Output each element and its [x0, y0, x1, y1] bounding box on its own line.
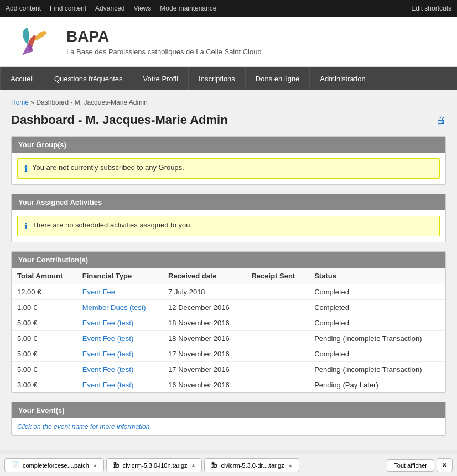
nav-questions[interactable]: Questions fréquentes: [44, 67, 133, 90]
cell-type[interactable]: Event Fee (test): [77, 315, 163, 331]
print-icon[interactable]: 🖨: [436, 115, 446, 126]
admin-add-content[interactable]: Add content: [6, 4, 41, 12]
cell-receipt: [246, 315, 309, 331]
cell-receipt: [246, 377, 309, 393]
admin-bar-left: Add content Find content Advanced Views …: [6, 4, 216, 12]
col-type: Financial Type: [77, 268, 163, 284]
cell-status: Completed: [309, 315, 445, 331]
table-row: 5.00 € Event Fee (test) 17 November 2016…: [12, 346, 445, 362]
edit-shortcuts[interactable]: Edit shortcuts: [411, 4, 451, 12]
cell-receipt: [246, 300, 309, 315]
col-receipt: Receipt Sent: [246, 268, 309, 284]
cell-type[interactable]: Event Fee: [77, 284, 163, 300]
cell-status: Pending (Incomplete Transaction): [309, 331, 445, 346]
cell-receipt: [246, 331, 309, 346]
col-date: Received date: [163, 268, 246, 284]
groups-notice-text: You are not currently subscribed to any …: [32, 163, 184, 172]
groups-body: ℹ You are not currently subscribed to an…: [12, 158, 445, 179]
cell-amount: 5.00 €: [12, 346, 77, 362]
table-row: 1.00 € Member Dues (test) 12 December 20…: [12, 300, 445, 315]
site-tagline: La Base des Paroissiens catholiques de L…: [66, 48, 262, 56]
breadcrumb-separator: »: [30, 99, 36, 106]
cell-amount: 5.00 €: [12, 362, 77, 377]
info-icon-activities: ℹ: [24, 221, 28, 231]
cell-date: 17 November 2016: [163, 346, 246, 362]
breadcrumb: Home » Dashboard - M. Jacques-Marie Admi…: [11, 99, 446, 106]
groups-box: Your Group(s) ℹ You are not currently su…: [11, 136, 446, 185]
table-row: 3.00 € Event Fee (test) 16 November 2016…: [12, 377, 445, 393]
breadcrumb-current: Dashboard - M. Jacques-Marie Admin: [36, 99, 147, 106]
activities-header: Your Assigned Activities: [12, 194, 445, 210]
cell-date: 17 November 2016: [163, 362, 246, 377]
site-logo: [14, 22, 53, 61]
events-hint: Click on the event name for more informa…: [12, 418, 445, 435]
nav-inscriptions[interactable]: Inscriptions: [189, 67, 246, 90]
contributions-box: Your Contribution(s) Total Amount Financ…: [11, 251, 446, 393]
table-row: 5.00 € Event Fee (test) 18 November 2016…: [12, 331, 445, 346]
cell-date: 18 November 2016: [163, 331, 246, 346]
cell-type[interactable]: Member Dues (test): [77, 300, 163, 315]
admin-advanced[interactable]: Advanced: [95, 4, 124, 12]
cell-status: Completed: [309, 300, 445, 315]
cell-date: 7 July 2018: [163, 284, 246, 300]
col-amount: Total Amount: [12, 268, 77, 284]
page-title-row: Dashboard - M. Jacques-Marie Admin 🖨: [11, 113, 446, 127]
activities-notice: ℹ There are no scheduled activities assi…: [17, 216, 440, 236]
nav-administration[interactable]: Administration: [310, 67, 376, 90]
page-title: Dashboard - M. Jacques-Marie Admin: [11, 113, 228, 127]
groups-header: Your Group(s): [12, 137, 445, 153]
groups-notice: ℹ You are not currently subscribed to an…: [17, 158, 440, 179]
activities-box: Your Assigned Activities ℹ There are no …: [11, 194, 446, 242]
info-icon-groups: ℹ: [24, 164, 28, 174]
cell-date: 12 December 2016: [163, 300, 246, 315]
cell-receipt: [246, 362, 309, 377]
cell-status: Pending (Incomplete Transaction): [309, 362, 445, 377]
contributions-header: Your Contribution(s): [12, 252, 445, 268]
events-header: Your Event(s): [12, 402, 445, 418]
nav-profil[interactable]: Votre Profil: [133, 67, 189, 90]
cell-type[interactable]: Event Fee (test): [77, 331, 163, 346]
contributions-body: Total Amount Financial Type Received dat…: [12, 268, 445, 392]
cell-status: Pending (Pay Later): [309, 377, 445, 393]
admin-bar: Add content Find content Advanced Views …: [0, 0, 457, 17]
main-nav: Accueil Questions fréquentes Votre Profi…: [0, 67, 457, 90]
col-status: Status: [309, 268, 445, 284]
table-row: 12.00 € Event Fee 7 July 2018 Completed: [12, 284, 445, 300]
cell-status: Completed: [309, 284, 445, 300]
cell-amount: 5.00 €: [12, 331, 77, 346]
site-header: BAPA La Base des Paroissiens catholiques…: [0, 17, 457, 67]
contributions-table: Total Amount Financial Type Received dat…: [12, 268, 445, 392]
cell-status: Completed: [309, 346, 445, 362]
cell-type[interactable]: Event Fee (test): [77, 346, 163, 362]
cell-amount: 1.00 €: [12, 300, 77, 315]
cell-type[interactable]: Event Fee (test): [77, 362, 163, 377]
table-row: 5.00 € Event Fee (test) 18 November 2016…: [12, 315, 445, 331]
logo-box: [11, 22, 55, 61]
cell-receipt: [246, 346, 309, 362]
admin-views[interactable]: Views: [133, 4, 151, 12]
events-box: Your Event(s) Click on the event name fo…: [11, 402, 446, 436]
site-name: BAPA: [66, 28, 262, 45]
cell-date: 16 November 2016: [163, 377, 246, 393]
breadcrumb-home[interactable]: Home: [11, 99, 29, 106]
cell-amount: 5.00 €: [12, 315, 77, 331]
activities-body: ℹ There are no scheduled activities assi…: [12, 216, 445, 236]
cell-type[interactable]: Event Fee (test): [77, 377, 163, 393]
contributions-table-header-row: Total Amount Financial Type Received dat…: [12, 268, 445, 284]
table-row: 5.00 € Event Fee (test) 17 November 2016…: [12, 362, 445, 377]
cell-amount: 12.00 €: [12, 284, 77, 300]
cell-amount: 3.00 €: [12, 377, 77, 393]
cell-receipt: [246, 284, 309, 300]
cell-date: 18 November 2016: [163, 315, 246, 331]
site-title-area: BAPA La Base des Paroissiens catholiques…: [66, 28, 262, 56]
activities-notice-text: There are no scheduled activities assign…: [32, 221, 192, 229]
admin-find-content[interactable]: Find content: [50, 4, 86, 12]
nav-accueil[interactable]: Accueil: [0, 67, 44, 90]
events-body: Click on the event name for more informa…: [12, 418, 445, 435]
content-area: Home » Dashboard - M. Jacques-Marie Admi…: [0, 90, 457, 450]
admin-mode-maintenance[interactable]: Mode maintenance: [160, 4, 216, 12]
nav-dons[interactable]: Dons en ligne: [246, 67, 310, 90]
